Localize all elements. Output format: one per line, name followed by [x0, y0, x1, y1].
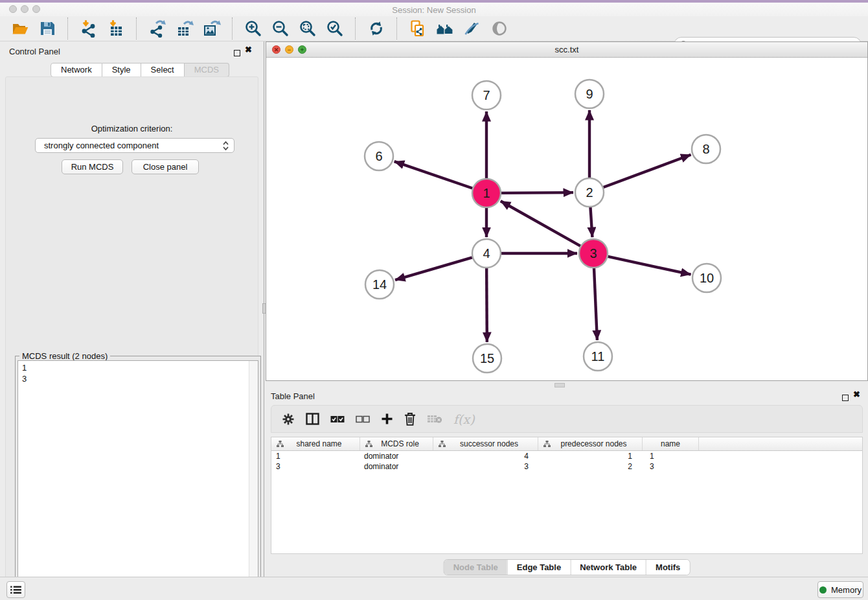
graph-edge-1-6[interactable] [394, 161, 473, 188]
mcds-result-area[interactable]: 13 [17, 360, 258, 600]
table-cell[interactable]: 3 [433, 462, 538, 471]
tab-mcds[interactable]: MCDS [185, 63, 229, 77]
graph-node-label: 6 [375, 149, 382, 163]
column-label: successor nodes [446, 439, 538, 448]
column-view-icon[interactable] [306, 413, 319, 425]
node-table: shared name MCDS role successor nodes [271, 437, 863, 554]
network-graph[interactable]: 7968124314101511 [266, 58, 867, 380]
tab-motifs[interactable]: Motifs [646, 560, 689, 575]
control-panel-title: Control Panel [9, 47, 60, 56]
mcds-panel-body: Optimization criterion: strongly connect… [5, 76, 258, 600]
function-builder-icon[interactable]: f(x) [453, 412, 475, 426]
select-all-columns-icon[interactable] [330, 415, 345, 423]
tree-column-icon [365, 441, 372, 448]
table-panel-title: Table Panel [271, 391, 315, 401]
result-scrollbar[interactable] [249, 361, 258, 600]
settings-gear-icon[interactable] [282, 413, 295, 426]
delete-column-icon[interactable] [404, 412, 416, 426]
tab-style[interactable]: Style [102, 63, 141, 77]
close-panel-icon[interactable]: ✖ [245, 47, 252, 53]
table-panel: Table Panel ✖ [266, 389, 868, 577]
table-cell[interactable]: 2 [538, 462, 643, 471]
add-column-icon[interactable] [381, 413, 393, 425]
network-canvas[interactable]: 7968124314101511 [266, 58, 867, 380]
run-mcds-button[interactable]: Run MCDS [62, 159, 123, 174]
network-view-window: ✕ − + scc.txt 7968124314101511 [266, 41, 868, 381]
criterion-dropdown[interactable]: strongly connected component [35, 138, 234, 153]
export-table-icon[interactable] [176, 19, 194, 38]
zoom-out-icon[interactable] [271, 19, 290, 38]
graph-edge-2-8[interactable] [604, 155, 691, 187]
chevron-up-down-icon [222, 141, 229, 151]
show-hide-details-icon[interactable] [490, 19, 508, 38]
optimization-criterion-label: Optimization criterion: [6, 124, 258, 133]
mcds-result-lines: 13 [22, 362, 27, 384]
graph-node-label: 8 [702, 142, 709, 156]
graph-node-label: 4 [483, 246, 490, 260]
memory-label: Memory [831, 585, 862, 595]
open-file-icon[interactable] [11, 19, 29, 38]
tab-node-table[interactable]: Node Table [444, 560, 507, 575]
graph-node-label: 3 [589, 246, 597, 260]
table-header-row: shared name MCDS role successor nodes [271, 437, 862, 451]
graph-edge-3-10[interactable] [608, 257, 691, 275]
export-network-icon[interactable] [148, 19, 166, 38]
splitter-grip[interactable] [554, 383, 565, 387]
memory-button[interactable]: Memory [817, 581, 863, 598]
table-cell[interactable]: 3 [643, 462, 699, 471]
tab-network[interactable]: Network [51, 63, 102, 77]
graph-node-label: 1 [483, 186, 490, 200]
list-icon [10, 586, 21, 594]
tab-select[interactable]: Select [141, 63, 185, 77]
table-cell[interactable]: dominator [360, 462, 433, 471]
zoom-selected-icon[interactable] [326, 19, 344, 38]
graph-node-label: 11 [591, 349, 605, 363]
table-cell[interactable]: 1 [271, 452, 360, 461]
toggle-graphics-details-icon[interactable] [463, 19, 481, 38]
panel-splitter-horizontal[interactable] [266, 381, 868, 389]
column-header-successor-nodes[interactable]: successor nodes [433, 437, 538, 450]
table-cell[interactable]: 4 [433, 452, 538, 461]
import-network-icon[interactable] [80, 19, 98, 38]
network-window-title: scc.txt [266, 45, 867, 54]
table-row[interactable]: 3dominator323 [271, 461, 862, 472]
table-cell[interactable]: 1 [538, 452, 643, 461]
network-window-titlebar[interactable]: ✕ − + scc.txt [266, 42, 867, 58]
refresh-view-icon[interactable] [367, 19, 385, 38]
tab-edge-table[interactable]: Edge Table [507, 560, 570, 575]
duplicate-network-icon[interactable] [409, 19, 427, 38]
memory-status-dot [819, 586, 827, 594]
graph-node-label: 15 [480, 351, 494, 365]
zoom-fit-icon[interactable] [299, 19, 317, 38]
table-cell[interactable]: 3 [271, 462, 360, 471]
graph-edge-4-14[interactable] [395, 257, 472, 280]
graph-edge-4-15[interactable] [486, 268, 487, 342]
close-panel-icon[interactable]: ✖ [853, 391, 860, 398]
table-cell[interactable]: dominator [360, 452, 433, 461]
graph-node-label: 14 [372, 277, 387, 292]
graph-edge-3-11[interactable] [594, 268, 597, 340]
save-session-icon[interactable] [38, 19, 56, 38]
show-all-networks-icon[interactable] [436, 19, 454, 38]
table-row[interactable]: 1dominator411 [271, 451, 862, 461]
toolbar-separator [396, 17, 398, 40]
graph-edge-2-3[interactable] [590, 207, 592, 237]
graph-edge-1-2[interactable] [501, 192, 573, 193]
table-cell[interactable]: 1 [643, 452, 699, 461]
tab-network-table[interactable]: Network Table [570, 560, 646, 575]
column-header-name[interactable]: name [643, 437, 699, 450]
column-header-predecessor-nodes[interactable]: predecessor nodes [538, 437, 643, 450]
task-history-button[interactable] [6, 581, 25, 598]
import-table-icon[interactable] [107, 19, 125, 38]
deselect-all-columns-icon[interactable] [356, 415, 370, 423]
toolbar-separator [67, 17, 69, 40]
column-header-mcds-role[interactable]: MCDS role [360, 437, 433, 450]
zoom-in-icon[interactable] [244, 19, 262, 38]
export-image-icon[interactable] [203, 19, 221, 38]
float-panel-icon[interactable] [234, 47, 240, 59]
float-panel-icon[interactable] [842, 392, 849, 404]
graph-edge-3-1[interactable] [501, 201, 580, 246]
delete-table-icon[interactable] [427, 414, 442, 424]
column-header-shared-name[interactable]: shared name [271, 437, 360, 450]
close-panel-button[interactable]: Close panel [131, 159, 199, 174]
